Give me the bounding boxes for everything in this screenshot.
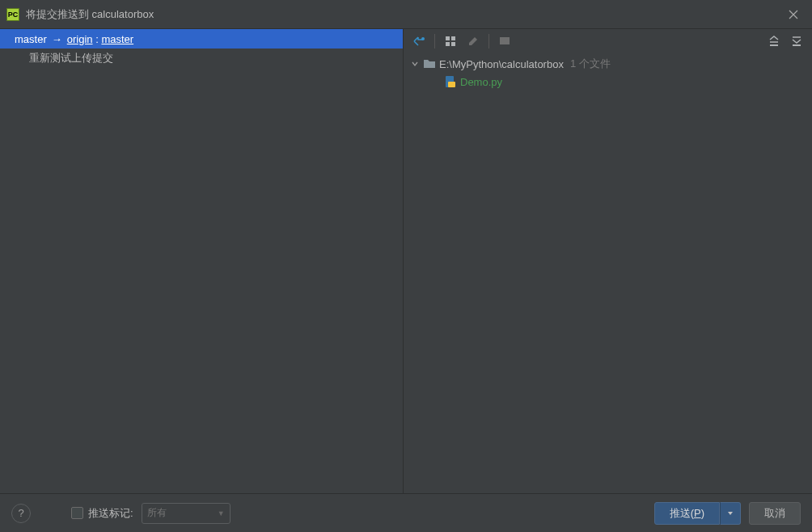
svg-rect-6 [770, 44, 778, 46]
show-diff-icon[interactable] [408, 31, 429, 52]
svg-rect-3 [446, 42, 450, 46]
svg-rect-2 [451, 36, 455, 40]
pycharm-icon: PC [6, 8, 19, 21]
svg-rect-5 [500, 37, 510, 44]
separator [488, 34, 489, 49]
root-path-label: E:\MyPython\calculatorbox [439, 58, 564, 70]
push-dropdown-button[interactable] [720, 502, 741, 525]
cancel-button[interactable]: 取消 [749, 502, 801, 525]
svg-rect-7 [793, 44, 801, 46]
tree-root-row[interactable]: E:\MyPython\calculatorbox 1 个文件 [408, 55, 807, 73]
svg-rect-1 [446, 36, 450, 40]
edit-icon[interactable] [463, 31, 484, 52]
tree-file-row[interactable]: Demo.py [408, 73, 807, 91]
close-icon[interactable] [781, 2, 806, 27]
arrow-icon: → [52, 33, 62, 45]
commits-panel: master → origin : master 重新测试上传提交 [0, 29, 403, 493]
file-tree: E:\MyPython\calculatorbox 1 个文件 Demo.py [404, 53, 812, 92]
dialog-footer: ? 推送标记: 所有 ▼ 推送(P) 取消 [0, 493, 812, 532]
remote-link[interactable]: origin [67, 33, 93, 45]
dropdown-icon: ▼ [218, 509, 225, 517]
push-button[interactable]: 推送(P) [654, 502, 720, 525]
local-branch: master [15, 33, 47, 45]
push-tags-select[interactable]: 所有 ▼ [142, 503, 230, 524]
push-tags-value: 所有 [147, 506, 167, 520]
push-tags-checkbox-wrap: 推送标记: [71, 506, 133, 521]
svg-rect-9 [448, 82, 455, 87]
branch-sep: : [93, 33, 102, 45]
push-tags-label: 推送标记: [88, 506, 133, 521]
window-title: 将提交推送到 calculatorbox [26, 7, 781, 22]
titlebar: PC 将提交推送到 calculatorbox [0, 0, 812, 28]
separator [434, 34, 435, 49]
file-name-label: Demo.py [460, 76, 502, 88]
help-button[interactable]: ? [11, 504, 31, 523]
file-count-label: 1 个文件 [570, 57, 611, 71]
python-file-icon [444, 75, 457, 88]
expand-all-icon[interactable] [763, 31, 785, 52]
svg-point-0 [421, 37, 425, 40]
remote-branch-link[interactable]: master [101, 33, 133, 45]
content-area: master → origin : master 重新测试上传提交 [0, 28, 812, 493]
files-toolbar [404, 29, 812, 53]
revert-icon[interactable] [494, 31, 515, 52]
branch-mapping-row[interactable]: master → origin : master [0, 29, 403, 49]
push-button-split: 推送(P) [654, 502, 741, 525]
collapse-all-icon[interactable] [786, 31, 807, 52]
chevron-down-icon[interactable] [410, 59, 420, 69]
folder-icon [423, 57, 436, 70]
push-tags-checkbox[interactable] [71, 507, 83, 519]
commit-message: 重新测试上传提交 [29, 51, 113, 65]
svg-rect-4 [451, 42, 455, 46]
commit-row[interactable]: 重新测试上传提交 [0, 49, 403, 68]
group-by-icon[interactable] [440, 31, 461, 52]
files-panel: E:\MyPython\calculatorbox 1 个文件 Demo.py [403, 29, 812, 493]
